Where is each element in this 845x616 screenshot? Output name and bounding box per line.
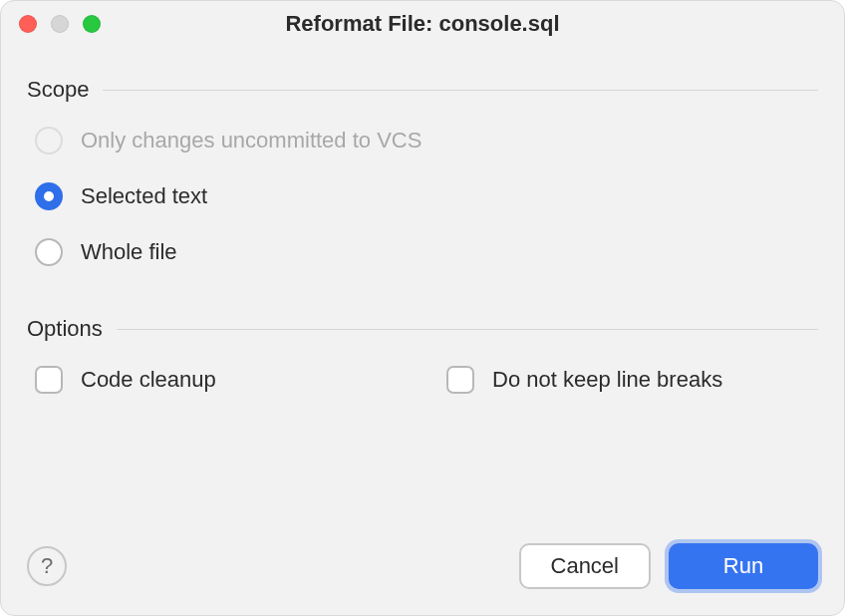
scope-label: Scope: [27, 77, 89, 103]
dialog-content: Scope Only changes uncommitted to VCS Se…: [1, 47, 844, 521]
titlebar: Reformat File: console.sql: [1, 1, 844, 47]
checkbox-label: Do not keep line breaks: [492, 367, 722, 393]
checkbox-icon: [446, 366, 474, 394]
radio-vcs-changes: Only changes uncommitted to VCS: [35, 127, 818, 154]
radio-label: Selected text: [81, 183, 207, 209]
radio-icon: [35, 238, 63, 266]
run-button[interactable]: Run: [669, 543, 818, 589]
radio-selected-text[interactable]: Selected text: [35, 182, 818, 210]
divider: [117, 329, 818, 330]
button-label: Run: [723, 553, 763, 579]
radio-icon: [35, 127, 63, 154]
maximize-window-icon[interactable]: [83, 15, 101, 33]
minimize-window-icon: [51, 15, 69, 33]
close-window-icon[interactable]: [19, 15, 37, 33]
reformat-dialog: Reformat File: console.sql Scope Only ch…: [0, 0, 845, 616]
checkbox-no-line-breaks[interactable]: Do not keep line breaks: [446, 366, 818, 394]
scope-radio-group: Only changes uncommitted to VCS Selected…: [27, 127, 818, 266]
cancel-button[interactable]: Cancel: [519, 543, 651, 589]
divider: [103, 90, 818, 91]
dialog-footer: ? Cancel Run: [1, 521, 844, 615]
radio-whole-file[interactable]: Whole file: [35, 238, 818, 266]
radio-icon: [35, 182, 63, 210]
checkbox-label: Code cleanup: [81, 367, 216, 393]
options-header: Options: [27, 316, 818, 342]
scope-header: Scope: [27, 77, 818, 103]
dialog-title: Reformat File: console.sql: [285, 11, 559, 37]
checkbox-code-cleanup[interactable]: Code cleanup: [35, 366, 407, 394]
help-icon: ?: [41, 553, 53, 579]
radio-label: Only changes uncommitted to VCS: [81, 128, 422, 154]
checkbox-icon: [35, 366, 63, 394]
options-label: Options: [27, 316, 103, 342]
window-controls: [19, 15, 101, 33]
options-row: Code cleanup Do not keep line breaks: [27, 366, 818, 394]
help-button[interactable]: ?: [27, 546, 67, 586]
radio-label: Whole file: [81, 239, 177, 265]
button-label: Cancel: [551, 553, 619, 579]
